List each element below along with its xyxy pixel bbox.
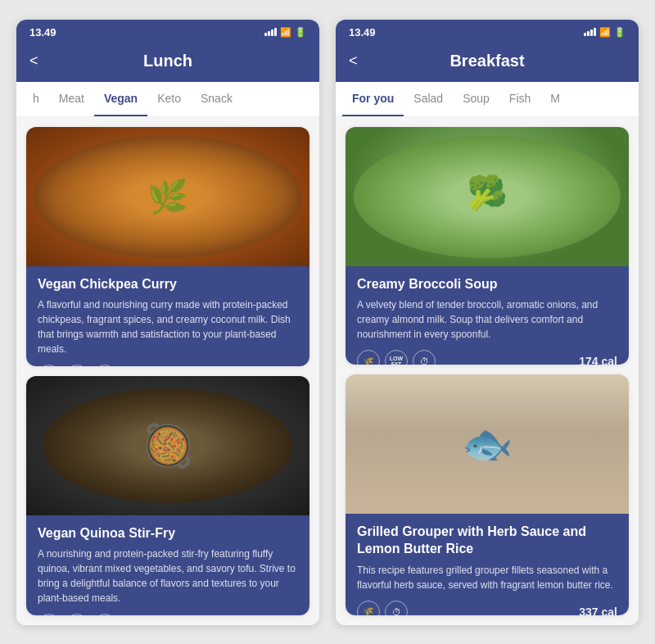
back-button[interactable]: < <box>29 52 38 70</box>
wifi-icon: 📶 <box>599 27 611 38</box>
low-fat-badge: LOWFAT <box>66 365 88 365</box>
low-fat-badge: LOWFAT <box>66 614 88 615</box>
status-icons: 📶 🔋 <box>584 27 626 38</box>
tab-snack[interactable]: Snack <box>191 82 242 116</box>
tab-salad[interactable]: Salad <box>404 82 453 116</box>
phone-screen-lunch-screen: 13.49 📶 🔋 < Lunch hMeatVeganKetoSnack V <box>16 20 319 625</box>
category-tabs: hMeatVeganKetoSnack <box>16 82 319 117</box>
status-bar: 13.49 📶 🔋 <box>336 20 639 43</box>
card-content: Grilled Grouper with Herb Sauce and Lemo… <box>346 514 629 615</box>
card-badges: 🌾LOWFAT⏱ <box>357 350 436 365</box>
recipe-card[interactable]: Vegan Quinoa Stir-Fry A nourishing and p… <box>26 376 309 615</box>
battery-icon: 🔋 <box>295 27 306 38</box>
card-content: Vegan Chickpea Curry A flavorful and nou… <box>26 266 309 366</box>
app-header: < Breakfast <box>336 43 639 82</box>
battery-icon: 🔋 <box>614 27 626 38</box>
gluten-free-badge: 🌾 <box>38 614 61 615</box>
tab-fish[interactable]: Fish <box>499 82 540 116</box>
screenshots-container: 13.49 📶 🔋 < Lunch hMeatVeganKetoSnack V <box>0 3 655 642</box>
status-bar: 13.49 📶 🔋 <box>16 20 319 43</box>
wifi-icon: 📶 <box>280 27 291 38</box>
recipe-image <box>346 127 629 266</box>
recipe-image <box>346 374 629 514</box>
recipe-card[interactable]: Creamy Broccoli Soup A velvety blend of … <box>346 127 629 365</box>
card-badges: 🌾LOWFAT⏱ <box>38 614 116 615</box>
card-badges: 🌾⏱ <box>357 601 408 615</box>
recipe-description: This recipe features grilled grouper fil… <box>357 563 617 592</box>
header-title: Lunch <box>143 52 192 70</box>
recipe-card[interactable]: Grilled Grouper with Herb Sauce and Lemo… <box>346 374 629 615</box>
recipe-title: Vegan Chickpea Curry <box>38 276 298 293</box>
phone-screen-breakfast-screen: 13.49 📶 🔋 < Breakfast For youSaladSoupFi… <box>336 20 639 625</box>
recipe-description: A velvety blend of tender broccoli, arom… <box>357 297 617 342</box>
time-badge: ⏱ <box>93 614 116 615</box>
status-icons: 📶 🔋 <box>264 27 306 38</box>
card-content: Creamy Broccoli Soup A velvety blend of … <box>346 266 629 365</box>
status-time: 13.49 <box>29 26 56 39</box>
cards-container: Creamy Broccoli Soup A velvety blend of … <box>336 117 639 625</box>
gluten-free-badge: 🌾 <box>38 365 61 365</box>
tab-for-you[interactable]: For you <box>342 82 404 116</box>
cards-container: Vegan Chickpea Curry A flavorful and nou… <box>16 117 319 625</box>
recipe-image <box>26 127 309 266</box>
card-footer: 🌾LOWFAT⏱ 174 cal <box>357 350 617 365</box>
tab-vegan[interactable]: Vegan <box>94 82 147 116</box>
card-content: Vegan Quinoa Stir-Fry A nourishing and p… <box>26 515 309 615</box>
recipe-card[interactable]: Vegan Chickpea Curry A flavorful and nou… <box>26 127 309 366</box>
tab-soup[interactable]: Soup <box>453 82 499 116</box>
calories: 337 cal <box>579 605 617 615</box>
category-tabs: For youSaladSoupFishM <box>336 82 639 117</box>
card-badges: 🌾LOWFAT⏱ <box>38 365 116 365</box>
recipe-description: A flavorful and nourishing curry made wi… <box>38 297 298 356</box>
back-button[interactable]: < <box>349 52 358 70</box>
gluten-free-badge: 🌾 <box>357 350 380 365</box>
gluten-free-badge: 🌾 <box>357 601 380 615</box>
recipe-description: A nourishing and protein-packed stir-fry… <box>38 546 298 605</box>
time-badge: ⏱ <box>385 601 408 615</box>
recipe-image <box>26 376 309 515</box>
tab-keto[interactable]: Keto <box>147 82 191 116</box>
signal-icon <box>264 28 277 36</box>
tab-meat[interactable]: Meat <box>49 82 94 116</box>
calories: 174 cal <box>579 355 617 365</box>
card-footer: 🌾⏱ 337 cal <box>357 601 617 615</box>
recipe-title: Creamy Broccoli Soup <box>357 276 617 293</box>
app-header: < Lunch <box>16 43 319 82</box>
time-badge: ⏱ <box>93 365 116 365</box>
time-badge: ⏱ <box>413 350 436 365</box>
status-time: 13.49 <box>349 26 376 39</box>
card-footer: 🌾LOWFAT⏱ 306 cal <box>38 614 298 615</box>
low-fat-badge: LOWFAT <box>385 350 408 365</box>
tab-h[interactable]: h <box>23 82 49 116</box>
signal-icon <box>584 28 596 36</box>
tab-m[interactable]: M <box>540 82 570 116</box>
card-footer: 🌾LOWFAT⏱ 437 cal <box>38 365 298 365</box>
header-title: Breakfast <box>449 52 524 70</box>
recipe-title: Grilled Grouper with Herb Sauce and Lemo… <box>357 524 617 558</box>
recipe-title: Vegan Quinoa Stir-Fry <box>38 525 298 542</box>
